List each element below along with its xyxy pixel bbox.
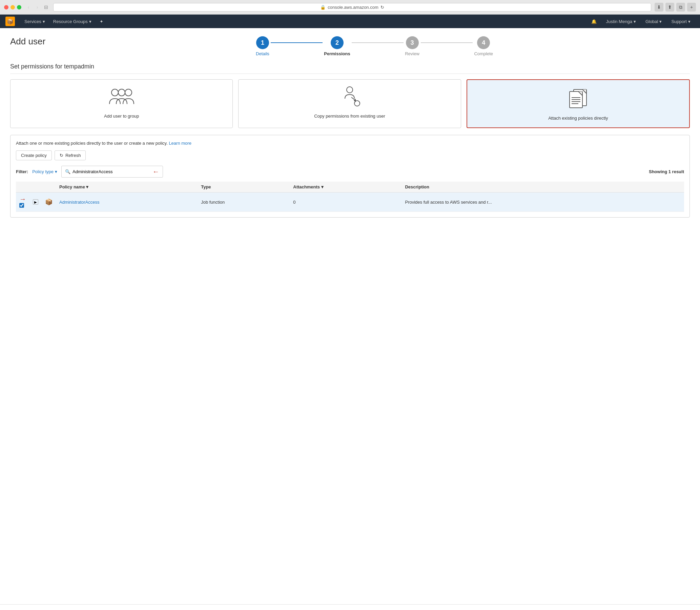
card-attach-policies[interactable]: Attach existing policies directly	[467, 79, 690, 128]
step-1: 1 Details	[256, 36, 270, 56]
nav-resource-groups[interactable]: Resource Groups ▾	[49, 15, 96, 28]
nav-bell[interactable]: 🔔	[587, 15, 601, 28]
policy-table: Policy name ▾ Type Attachments ▾ Descrip…	[16, 182, 684, 212]
back-button[interactable]: ‹	[25, 3, 32, 11]
chevron-down-icon: ▾	[634, 19, 636, 24]
col-icon	[42, 182, 56, 192]
row-type: Job function	[197, 192, 290, 212]
policy-icon: 📦	[45, 198, 52, 205]
policy-panel: Attach one or more existing policies dir…	[10, 135, 690, 218]
policy-name-link[interactable]: AdministratorAccess	[59, 199, 99, 205]
search-input[interactable]	[72, 169, 150, 174]
step-3: 3 Review	[405, 36, 420, 56]
group-icon	[108, 86, 135, 110]
nav-services[interactable]: Services ▾	[20, 15, 49, 28]
refresh-icon: ↻	[60, 153, 63, 158]
layout-button[interactable]: ⊟	[42, 3, 50, 11]
page-content: Add user 1 Details 2 Permissions	[0, 28, 700, 604]
nav-pin[interactable]: ✦	[96, 15, 108, 28]
aws-logo-box: 📦	[5, 17, 15, 26]
nav-user[interactable]: Justin Menga ▾	[602, 15, 640, 28]
step-circle-2: 2	[331, 36, 344, 49]
more-button[interactable]: +	[687, 3, 696, 12]
step-circle-3: 3	[406, 36, 419, 49]
step-2: 2 Permissions	[324, 36, 350, 56]
svg-point-6	[354, 101, 360, 106]
row-policy-name[interactable]: AdministratorAccess	[56, 192, 197, 212]
step-circle-1: 1	[256, 36, 269, 49]
col-expand	[30, 182, 42, 192]
search-box: 🔍 ←	[61, 166, 163, 178]
col-type[interactable]: Type	[197, 182, 290, 192]
nav-region[interactable]: Global ▾	[641, 15, 666, 28]
learn-more-link[interactable]: Learn more	[169, 141, 191, 146]
address-bar[interactable]: 🔒 console.aws.amazon.com ↻	[53, 3, 651, 12]
row-icon-cell: 📦	[42, 192, 56, 212]
step-label-1[interactable]: Details	[256, 51, 270, 56]
row-checkbox[interactable]	[19, 203, 24, 208]
col-attachments[interactable]: Attachments ▾	[290, 182, 402, 192]
fullscreen-button[interactable]	[17, 5, 21, 10]
permission-cards: Add user to group Copy permissions from …	[10, 79, 690, 128]
card-copy-permissions[interactable]: Copy permissions from existing user	[238, 79, 461, 128]
browser-nav: ‹ › ⊟	[25, 3, 50, 11]
pin-icon: ✦	[100, 19, 103, 24]
aws-logo[interactable]: 📦	[5, 17, 15, 26]
step-label-4: Complete	[474, 51, 493, 56]
policy-actions: Create policy ↻ Refresh	[16, 150, 684, 160]
search-icon: 🔍	[65, 169, 70, 174]
step-circle-4: 4	[477, 36, 490, 49]
minimize-button[interactable]	[11, 5, 15, 10]
nav-support[interactable]: Support ▾	[667, 15, 695, 28]
filter-label: Filter:	[16, 169, 28, 174]
chevron-down-icon: ▾	[660, 19, 662, 24]
table-header-row: Policy name ▾ Type Attachments ▾ Descrip…	[16, 182, 684, 192]
aws-logo-icon: 📦	[7, 18, 14, 25]
table-row: → ▶ 📦 AdministratorAccess Job function 0…	[16, 192, 684, 212]
section-title: Set permissions for tempadmin	[10, 63, 690, 74]
col-description: Description	[402, 182, 684, 192]
filter-row: Filter: Policy type ▾ 🔍 ← Showing 1 resu…	[16, 166, 684, 178]
card-label-copy: Copy permissions from existing user	[314, 114, 385, 118]
chevron-down-icon: ▾	[89, 19, 92, 24]
card-add-to-group[interactable]: Add user to group	[10, 79, 233, 128]
wizard-steps: 1 Details 2 Permissions 3 Review	[256, 36, 493, 56]
row-arrow-indicator: →	[19, 195, 26, 203]
browser-actions: ⬇ ⬆ ⧉ +	[655, 3, 696, 12]
step-label-3: Review	[405, 51, 420, 56]
refresh-button[interactable]: ↻ Refresh	[54, 150, 86, 160]
col-policy-name[interactable]: Policy name ▾	[56, 182, 197, 192]
step-connector-2-3	[352, 42, 404, 43]
share-button[interactable]: ⬆	[665, 3, 674, 12]
bottom-actions: Cancel Previous Next: Review	[0, 604, 700, 610]
attach-policies-icon	[566, 87, 590, 112]
row-checkbox-cell[interactable]: →	[16, 192, 30, 212]
row-attachments: 0	[290, 192, 402, 212]
close-button[interactable]	[4, 5, 9, 10]
policy-info-text: Attach one or more existing policies dir…	[16, 141, 684, 146]
create-policy-button[interactable]: Create policy	[16, 150, 52, 160]
svg-point-2	[125, 89, 132, 96]
filter-type-dropdown[interactable]: Policy type ▾	[32, 169, 57, 174]
step-label-2[interactable]: Permissions	[324, 51, 350, 56]
chevron-down-icon: ▾	[55, 169, 57, 174]
new-tab-button[interactable]: ⧉	[676, 3, 685, 12]
address-text: console.aws.amazon.com	[328, 5, 378, 10]
chevron-down-icon: ▾	[688, 19, 690, 24]
arrow-indicator: ←	[152, 168, 159, 176]
col-checkbox	[16, 182, 30, 192]
row-expand-cell[interactable]: ▶	[30, 192, 42, 212]
step-4: 4 Complete	[474, 36, 493, 56]
card-label-group: Add user to group	[104, 114, 139, 118]
aws-top-nav: 📦 Services ▾ Resource Groups ▾ ✦ 🔔 Justi…	[0, 15, 700, 28]
download-button[interactable]: ⬇	[655, 3, 663, 12]
result-count: Showing 1 result	[649, 169, 684, 174]
page-title: Add user	[10, 36, 45, 47]
reload-icon[interactable]: ↻	[380, 5, 384, 10]
nav-right: 🔔 Justin Menga ▾ Global ▾ Support ▾	[587, 15, 695, 28]
browser-chrome: ‹ › ⊟ 🔒 console.aws.amazon.com ↻ ⬇ ⬆ ⧉ +	[0, 0, 700, 15]
row-description: Provides full access to AWS services and…	[402, 192, 684, 212]
forward-button[interactable]: ›	[34, 3, 41, 11]
svg-point-3	[347, 87, 353, 93]
expand-button[interactable]: ▶	[33, 199, 38, 205]
